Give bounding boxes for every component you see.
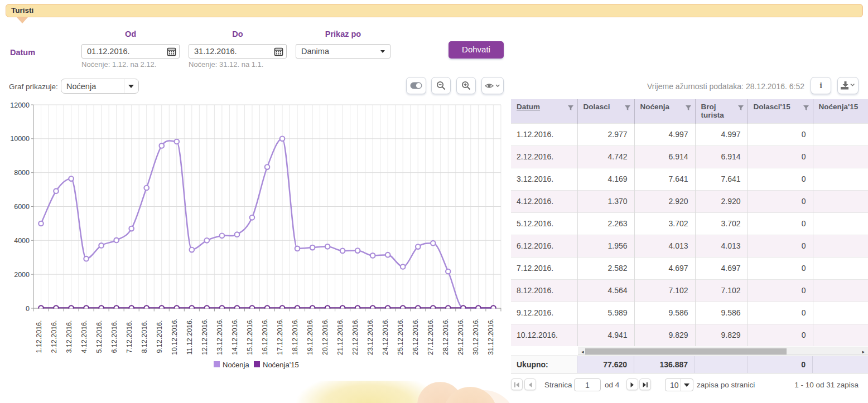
svg-text:30.12.2016.: 30.12.2016. <box>472 318 480 355</box>
svg-text:29.12.2016.: 29.12.2016. <box>457 318 465 355</box>
svg-text:2.12.2016.: 2.12.2016. <box>50 320 58 353</box>
svg-text:15.12.2016.: 15.12.2016. <box>246 318 254 355</box>
svg-text:17.12.2016.: 17.12.2016. <box>276 318 284 355</box>
svg-text:24.12.2016.: 24.12.2016. <box>382 318 389 355</box>
svg-text:12000: 12000 <box>10 101 30 109</box>
svg-text:6.12.2016.: 6.12.2016. <box>110 320 118 353</box>
svg-text:Noćenja: Noćenja <box>223 361 249 369</box>
svg-text:19.12.2016.: 19.12.2016. <box>306 318 314 355</box>
svg-text:14.12.2016.: 14.12.2016. <box>231 318 239 355</box>
svg-text:8000: 8000 <box>14 169 30 177</box>
svg-text:31.12.2016.: 31.12.2016. <box>487 318 495 355</box>
svg-text:Noćenja'15: Noćenja'15 <box>263 361 299 369</box>
svg-text:27.12.2016.: 27.12.2016. <box>427 318 435 355</box>
svg-text:3.12.2016.: 3.12.2016. <box>65 320 73 353</box>
svg-text:21.12.2016.: 21.12.2016. <box>336 318 344 355</box>
svg-text:28.12.2016.: 28.12.2016. <box>442 318 450 355</box>
svg-text:10000: 10000 <box>10 135 30 143</box>
svg-text:0: 0 <box>26 305 30 313</box>
svg-text:7.12.2016.: 7.12.2016. <box>126 320 133 353</box>
svg-text:4000: 4000 <box>14 237 30 245</box>
svg-text:22.12.2016.: 22.12.2016. <box>351 318 359 355</box>
svg-text:18.12.2016.: 18.12.2016. <box>291 318 299 355</box>
svg-text:11.12.2016.: 11.12.2016. <box>186 318 194 355</box>
svg-text:2000: 2000 <box>14 271 30 279</box>
svg-text:16.12.2016.: 16.12.2016. <box>261 318 269 355</box>
svg-text:4.12.2016.: 4.12.2016. <box>80 320 88 353</box>
svg-text:5.12.2016.: 5.12.2016. <box>95 320 103 353</box>
svg-text:8.12.2016.: 8.12.2016. <box>141 320 148 353</box>
svg-text:23.12.2016.: 23.12.2016. <box>367 318 374 355</box>
svg-text:20.12.2016.: 20.12.2016. <box>321 318 329 355</box>
svg-text:10.12.2016.: 10.12.2016. <box>171 318 179 355</box>
svg-text:26.12.2016.: 26.12.2016. <box>412 318 419 355</box>
svg-text:25.12.2016.: 25.12.2016. <box>397 318 404 355</box>
svg-text:9.12.2016.: 9.12.2016. <box>156 320 163 353</box>
svg-text:6000: 6000 <box>14 203 30 211</box>
svg-text:1.12.2016.: 1.12.2016. <box>35 320 43 353</box>
svg-text:13.12.2016.: 13.12.2016. <box>216 318 224 355</box>
svg-text:12.12.2016.: 12.12.2016. <box>201 318 209 355</box>
